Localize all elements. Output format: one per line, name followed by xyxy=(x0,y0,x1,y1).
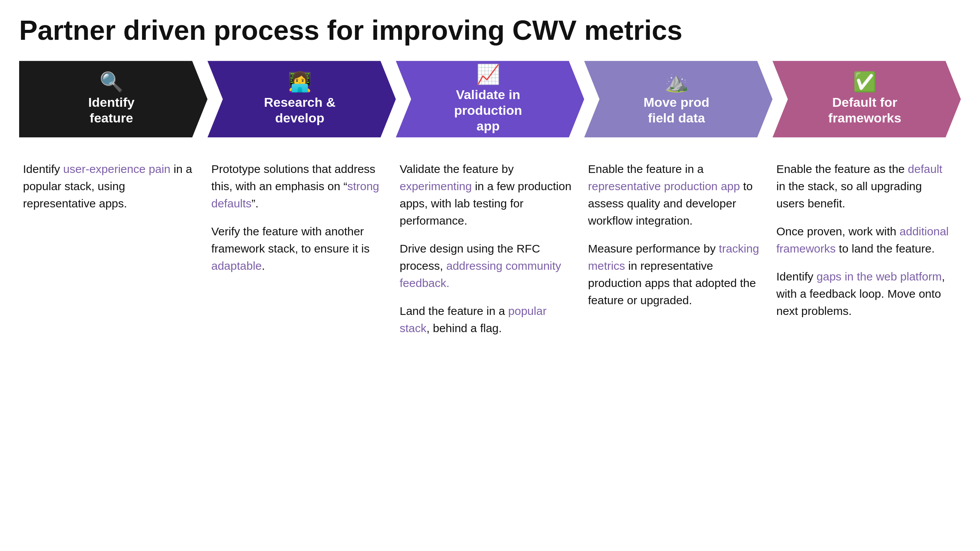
content-link[interactable]: experimenting xyxy=(400,180,472,192)
content-paragraph: Land the feature in a popular stack, beh… xyxy=(400,302,573,337)
arrow-identify: 🔍Identifyfeature xyxy=(19,61,207,137)
content-paragraph: Prototype solutions that address this, w… xyxy=(211,160,384,212)
content-link[interactable]: default xyxy=(908,163,942,175)
default-content: Enable the feature as the default in the… xyxy=(773,156,961,341)
arrow-icon-identify: 🔍 xyxy=(100,72,123,91)
arrow-move: ⛰️Move prodfield data xyxy=(584,61,773,137)
arrow-icon-move: ⛰️ xyxy=(665,72,688,91)
content-paragraph: Identify gaps in the web platform, with … xyxy=(776,268,949,320)
validate-content: Validate the feature by experimenting in… xyxy=(396,156,584,341)
content-link[interactable]: additional frameworks xyxy=(776,225,949,255)
arrow-default: ✅Default forframeworks xyxy=(773,61,961,137)
identify-content: Identify user-experience pain in a popul… xyxy=(19,156,207,341)
arrow-label-validate: Validate inproductionapp xyxy=(454,87,522,134)
content-paragraph: Verify the feature with another framewor… xyxy=(211,223,384,274)
arrow-label-move: Move prodfield data xyxy=(644,95,709,126)
content-paragraph: Enable the feature as the default in the… xyxy=(776,160,949,212)
arrow-label-default: Default forframeworks xyxy=(828,95,902,126)
content-link[interactable]: representative production app xyxy=(588,180,740,192)
arrow-label-research: Research &develop xyxy=(264,95,335,126)
content-row: Identify user-experience pain in a popul… xyxy=(19,156,961,341)
arrow-icon-research: 👩‍💻 xyxy=(288,72,312,91)
arrow-icon-validate: 📈 xyxy=(476,65,500,84)
content-link[interactable]: user-experience pain xyxy=(63,163,170,175)
arrow-research: 👩‍💻Research &develop xyxy=(207,61,396,137)
content-paragraph: Measure performance by tracking metrics … xyxy=(588,240,761,309)
content-paragraph: Enable the feature in a representative p… xyxy=(588,160,761,229)
content-link[interactable]: adaptable xyxy=(211,259,262,272)
arrow-label-identify: Identifyfeature xyxy=(88,95,135,126)
arrow-icon-default: ✅ xyxy=(853,72,877,91)
content-paragraph: Validate the feature by experimenting in… xyxy=(400,160,573,229)
content-link[interactable]: popular stack xyxy=(400,305,547,334)
content-link[interactable]: strong defaults xyxy=(211,180,379,210)
content-link[interactable]: gaps in the web platform xyxy=(817,270,942,283)
content-link[interactable]: tracking metrics xyxy=(588,242,759,272)
content-paragraph: Once proven, work with additional framew… xyxy=(776,223,949,257)
page-title: Partner driven process for improving CWV… xyxy=(19,15,961,46)
arrow-validate: 📈Validate inproductionapp xyxy=(396,61,584,137)
research-content: Prototype solutions that address this, w… xyxy=(207,156,396,341)
move-content: Enable the feature in a representative p… xyxy=(584,156,773,341)
content-paragraph: Drive design using the RFC process, addr… xyxy=(400,240,573,292)
content-link[interactable]: addressing community feedback. xyxy=(400,259,561,289)
content-paragraph: Identify user-experience pain in a popul… xyxy=(23,160,196,212)
arrows-container: 🔍Identifyfeature👩‍💻Research &develop📈Val… xyxy=(19,61,961,137)
